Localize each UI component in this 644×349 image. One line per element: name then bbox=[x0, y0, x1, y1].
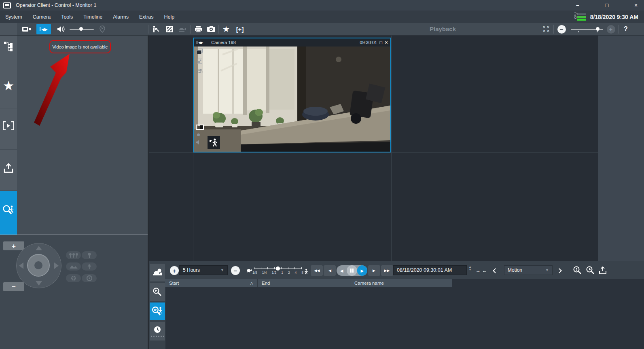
ptz-joystick[interactable] bbox=[16, 243, 61, 288]
speed-slider[interactable]: 1/81/41/21248 bbox=[254, 265, 302, 276]
add-bookmark-icon[interactable]: [+] bbox=[234, 24, 246, 34]
menu-help[interactable]: Help bbox=[159, 14, 180, 20]
audio-icon[interactable] bbox=[55, 24, 66, 34]
motion-search-button[interactable] bbox=[150, 302, 165, 320]
datetime-spinner[interactable]: ▴▾ bbox=[469, 265, 471, 276]
alarm-list-button[interactable] bbox=[150, 264, 165, 281]
speed-knob[interactable] bbox=[276, 267, 280, 271]
menu-tools[interactable]: Tools bbox=[56, 14, 78, 20]
aspect-ratio-icon[interactable] bbox=[196, 125, 204, 130]
zoom-out-button[interactable]: − bbox=[557, 24, 566, 34]
jump-to-start-button[interactable]: ◀◀ bbox=[311, 265, 323, 276]
menu-extras[interactable]: Extras bbox=[134, 14, 159, 20]
menu-alarms[interactable]: Alarms bbox=[108, 14, 134, 20]
toolbar: ◀▶ ★ [+] Playback bbox=[0, 23, 644, 36]
duration-select[interactable]: 5 Hours ▼ bbox=[179, 265, 228, 275]
play-backward-button[interactable]: ◀ bbox=[337, 265, 347, 276]
column-camera-name[interactable]: Camera name bbox=[350, 279, 452, 287]
stream-select-icon[interactable] bbox=[196, 68, 203, 74]
bookmarks-icon bbox=[3, 121, 14, 130]
ptz-zoom-out-button[interactable]: − bbox=[3, 282, 24, 291]
event-filter-select[interactable]: Motion ▼ bbox=[504, 265, 553, 275]
timeline-area: + 5 Hours ▼ − 1/81/41/21248 ◀◀ bbox=[149, 261, 644, 349]
tile-maximize-icon[interactable]: □ bbox=[379, 39, 382, 46]
tab-favorites[interactable]: ★ bbox=[0, 67, 17, 108]
ptz-hub[interactable] bbox=[27, 254, 50, 277]
jump-to-end-button[interactable]: ▶▶ bbox=[381, 265, 393, 276]
close-button[interactable]: × bbox=[632, 0, 640, 11]
ptz-right-icon[interactable] bbox=[54, 262, 59, 269]
tab-video-search[interactable] bbox=[0, 191, 17, 235]
cpu-label: CPU bbox=[574, 15, 576, 19]
recording-dot-icon bbox=[197, 133, 200, 136]
image-quality-icon[interactable] bbox=[197, 59, 202, 64]
export-icon bbox=[4, 163, 13, 173]
menu-timeline[interactable]: Timeline bbox=[78, 14, 108, 20]
tab-export[interactable] bbox=[0, 150, 17, 191]
speed-control[interactable]: 1/81/41/21248 bbox=[246, 265, 308, 276]
previous-frame-button[interactable]: ◀ bbox=[324, 265, 336, 276]
minimize-button[interactable]: – bbox=[574, 0, 582, 11]
transport-controls: ◀◀ ◀ ◀ ▶ ▶ ▶▶ bbox=[311, 265, 394, 276]
app-window: Operator Client - Control - Monitor 1 – … bbox=[0, 0, 644, 349]
tile-close-icon[interactable]: × bbox=[385, 39, 388, 46]
timeline-clock-button[interactable] bbox=[150, 322, 165, 341]
search-alarms-icon[interactable] bbox=[573, 265, 582, 276]
sort-asc-icon: △ bbox=[250, 281, 253, 286]
next-frame-button[interactable]: ▶ bbox=[368, 265, 380, 276]
center-timeline-button[interactable]: →← bbox=[476, 265, 487, 276]
ptz-iris-open-button bbox=[82, 274, 97, 282]
column-start[interactable]: Start △ bbox=[165, 279, 258, 287]
play-button[interactable]: ▶ bbox=[357, 265, 367, 276]
ptz-down-icon[interactable] bbox=[36, 281, 42, 286]
video-still bbox=[194, 47, 390, 152]
help-icon[interactable]: ? bbox=[621, 24, 630, 34]
search-person-icon bbox=[2, 205, 15, 216]
tab-bookmarks[interactable] bbox=[0, 108, 17, 150]
column-end[interactable]: End bbox=[258, 279, 350, 287]
tab-logical-tree[interactable] bbox=[0, 36, 17, 67]
ptz-left-icon[interactable] bbox=[19, 262, 23, 269]
playback-mode-button[interactable]: ◀▶ bbox=[36, 24, 51, 34]
window-title: Operator Client - Control - Monitor 1 bbox=[16, 2, 96, 8]
motion-search-badge bbox=[208, 136, 220, 149]
camera-tile[interactable]: ◀▶ Camera 198 09:30:01 □ × bbox=[193, 38, 391, 152]
ptz-focus-near-button bbox=[82, 262, 97, 271]
results-table-header: Start △ End Camera name bbox=[165, 279, 452, 287]
results-list[interactable] bbox=[165, 287, 644, 349]
search-video-by-time-icon[interactable] bbox=[586, 265, 595, 276]
favorites-star-icon[interactable]: ★ bbox=[221, 24, 231, 34]
ptz-zoom-in-button[interactable]: + bbox=[3, 241, 24, 250]
map-pin-icon bbox=[97, 24, 108, 34]
caret-down-icon: ▼ bbox=[220, 268, 224, 272]
menu-camera[interactable]: Camera bbox=[28, 14, 56, 20]
camera-tile-header: ◀▶ Camera 198 09:30:01 □ × bbox=[194, 38, 390, 47]
ptz-up-icon[interactable] bbox=[36, 246, 42, 250]
camera-view-icon[interactable] bbox=[20, 24, 33, 34]
logical-tree-icon bbox=[4, 41, 13, 52]
close-all-panes-icon[interactable]: ×× ×× bbox=[541, 24, 551, 34]
restore-layout-icon[interactable] bbox=[151, 24, 162, 34]
layers-icon[interactable] bbox=[197, 49, 203, 54]
export-video-icon[interactable] bbox=[599, 265, 607, 276]
maximize-button[interactable]: □ bbox=[603, 0, 611, 11]
video-search-button[interactable] bbox=[150, 283, 165, 301]
playback-datetime-field[interactable]: 08/18/2020 09:30:01 AM bbox=[393, 265, 467, 275]
annotation-text: Video image is not available bbox=[53, 44, 108, 49]
search-panel: Video image is not available bbox=[17, 36, 148, 235]
camera-video-frame[interactable] bbox=[194, 47, 390, 152]
shrink-range-button[interactable]: − bbox=[231, 265, 240, 276]
alarm-recall-icon bbox=[176, 24, 188, 34]
ptz-focus-far-button bbox=[66, 262, 81, 271]
menu-system[interactable]: System bbox=[0, 14, 28, 20]
pause-button[interactable] bbox=[347, 265, 357, 276]
expand-range-button[interactable]: + bbox=[170, 265, 179, 276]
next-event-button[interactable] bbox=[557, 265, 561, 276]
previous-event-button[interactable] bbox=[494, 265, 497, 276]
snapshot-icon[interactable] bbox=[205, 24, 217, 34]
maximize-pane-icon[interactable] bbox=[164, 24, 175, 34]
pane-count-slider[interactable] bbox=[570, 24, 604, 34]
volume-slider[interactable] bbox=[69, 24, 95, 34]
tile-audio-icon[interactable] bbox=[196, 140, 201, 145]
print-icon[interactable] bbox=[193, 24, 203, 34]
